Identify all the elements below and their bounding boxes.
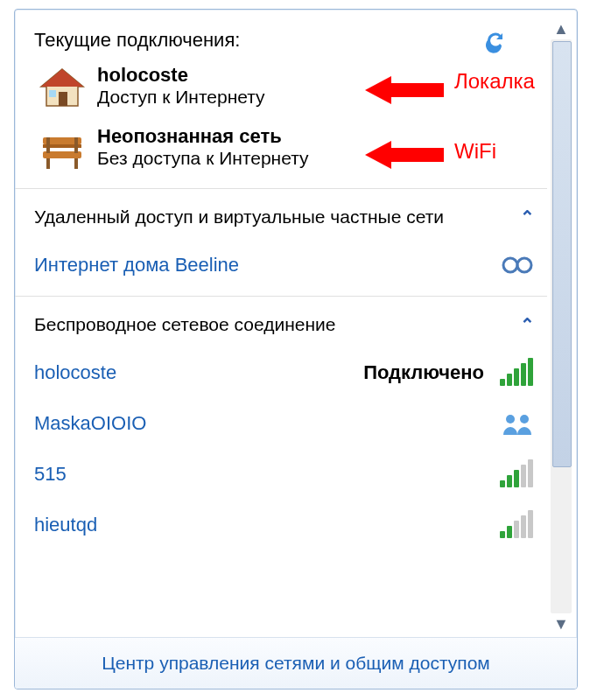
refresh-icon[interactable] <box>482 27 509 53</box>
scrollbar-down-button[interactable]: ▼ <box>551 613 572 634</box>
wifi-name: hieutqd <box>34 514 97 536</box>
svg-rect-8 <box>46 158 50 169</box>
svg-point-16 <box>520 415 529 424</box>
bench-icon <box>38 125 87 174</box>
current-connections-heading: Текущие подключения: <box>15 10 547 60</box>
network-flyout: Текущие подключения: holocoste Доступ к … <box>14 9 578 690</box>
annotation-label: WiFi <box>454 139 496 164</box>
annotation-label: Локалка <box>454 69 535 94</box>
current-connection-item[interactable]: holocoste Доступ к Интернету Локалка <box>15 60 547 122</box>
wifi-name: 515 <box>34 463 67 486</box>
signal-strength-icon <box>500 360 535 386</box>
divider <box>15 296 547 297</box>
signal-strength-icon <box>500 512 535 538</box>
wifi-name: holocoste <box>34 361 116 384</box>
signal-strength-icon <box>500 461 535 487</box>
svg-marker-12 <box>365 141 444 169</box>
chevron-up-icon: ⌃ <box>520 314 535 335</box>
connection-name: holocoste <box>97 64 265 87</box>
people-share-icon <box>500 410 535 437</box>
svg-marker-1 <box>41 69 83 87</box>
wifi-name: MaskaOIOIO <box>34 412 146 435</box>
footer-link-text: Центр управления сетями и общим доступом <box>102 653 490 674</box>
connection-text: holocoste Доступ к Интернету <box>97 64 265 108</box>
content-area: Текущие подключения: holocoste Доступ к … <box>15 10 547 638</box>
svg-point-14 <box>517 258 531 272</box>
connection-status: Доступ к Интернету <box>97 87 265 108</box>
svg-rect-9 <box>74 158 78 169</box>
house-icon <box>38 64 87 113</box>
svg-point-13 <box>503 258 517 272</box>
wifi-network-item[interactable]: 515 <box>15 449 547 500</box>
svg-rect-10 <box>46 137 50 153</box>
section-title: Удаленный доступ и виртуальные частные с… <box>34 206 444 228</box>
connection-name: Неопознанная сеть <box>97 125 309 148</box>
svg-rect-2 <box>59 92 67 106</box>
section-header-vpn[interactable]: Удаленный доступ и виртуальные частные с… <box>15 194 547 240</box>
svg-point-15 <box>506 415 515 424</box>
vpn-name: Интернет дома Beeline <box>34 254 239 276</box>
scrollbar-track[interactable] <box>551 39 572 613</box>
svg-rect-11 <box>74 137 78 153</box>
network-sharing-center-link[interactable]: Центр управления сетями и общим доступом <box>15 637 577 689</box>
wifi-network-item[interactable]: MaskaOIOIO <box>15 398 547 449</box>
connection-text: Неопознанная сеть Без доступа к Интернет… <box>97 125 309 169</box>
annotation-arrow-icon <box>365 137 444 172</box>
svg-marker-4 <box>365 76 444 104</box>
divider <box>15 188 547 189</box>
wifi-network-item[interactable]: hieutqd <box>15 500 547 550</box>
current-connection-item[interactable]: Неопознанная сеть Без доступа к Интернет… <box>15 122 547 183</box>
section-header-wireless[interactable]: Беспроводное сетевое соединение ⌃ <box>15 302 547 347</box>
vpn-connection-item[interactable]: Интернет дома Beeline <box>15 240 547 290</box>
vpn-icon <box>500 252 535 278</box>
section-title: Беспроводное сетевое соединение <box>34 314 335 335</box>
scrollbar-up-button[interactable]: ▲ <box>551 18 572 39</box>
svg-rect-3 <box>49 90 56 97</box>
wifi-status: Подключено <box>363 361 484 384</box>
connection-status: Без доступа к Интернету <box>97 148 309 169</box>
scrollbar-thumb[interactable] <box>552 41 572 467</box>
chevron-up-icon: ⌃ <box>520 206 535 228</box>
annotation-arrow-icon <box>365 73 444 108</box>
wifi-network-item[interactable]: holocoste Подключено <box>15 347 547 398</box>
